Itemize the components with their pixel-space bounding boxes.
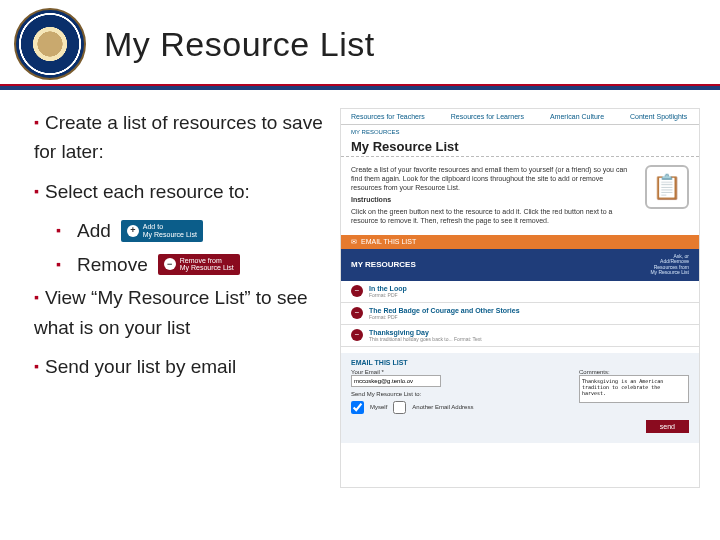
clipboard-icon: 📋: [645, 165, 689, 209]
nav-tabs: Resources for Teachers Resources for Lea…: [341, 109, 699, 125]
tab-teachers[interactable]: Resources for Teachers: [351, 113, 425, 120]
slide-header: My Resource List: [0, 0, 720, 80]
bullet-send: Send your list by email: [34, 352, 324, 381]
embedded-screenshot: Resources for Teachers Resources for Lea…: [340, 108, 700, 488]
other-checkbox[interactable]: [393, 401, 406, 414]
bullet-view: View “My Resource List” to see what is o…: [34, 283, 324, 342]
comments-field[interactable]: [579, 375, 689, 403]
slide-title: My Resource List: [104, 25, 375, 64]
email-list-button[interactable]: ✉ EMAIL THIS LIST: [341, 235, 699, 249]
myself-checkbox[interactable]: [351, 401, 364, 414]
send-button[interactable]: send: [646, 420, 689, 433]
tab-spotlights[interactable]: Content Spotlights: [630, 113, 687, 120]
bullet-column: Create a list of resources to save for l…: [34, 108, 324, 488]
clipboard-plus-icon: +: [127, 225, 139, 237]
clipboard-minus-icon: −: [164, 258, 176, 270]
opt-other: Another Email Address: [412, 404, 473, 410]
remove-icon[interactable]: −: [351, 285, 363, 297]
email-section: EMAIL THIS LIST Your Email * Send My Res…: [341, 353, 699, 443]
tab-learners[interactable]: Resources for Learners: [451, 113, 524, 120]
us-seal-logo: [14, 8, 86, 80]
remove-badge: − Remove from My Resource List: [158, 254, 240, 275]
bullet-remove: Remove − Remove from My Resource List: [56, 250, 324, 279]
add-badge: + Add to My Resource List: [121, 220, 203, 241]
page-title: My Resource List: [341, 139, 699, 157]
ask-help-icon[interactable]: Ask, or Add/Remove Resources from My Res…: [650, 254, 689, 276]
bullet-create: Create a list of resources to save for l…: [34, 108, 324, 167]
opt-myself: Myself: [370, 404, 387, 410]
list-item: − In the LoopFormat: PDF: [341, 281, 699, 303]
breadcrumb: MY RESOURCES: [341, 125, 699, 139]
tab-culture[interactable]: American Culture: [550, 113, 604, 120]
send-to-label: Send My Resource List to:: [351, 391, 421, 397]
list-item: − Thanksgiving DayThis traditional holid…: [341, 325, 699, 347]
intro-text: Create a list of your favorite resources…: [351, 165, 635, 229]
email-field[interactable]: [351, 375, 441, 387]
mail-icon: ✉: [351, 238, 357, 246]
email-heading: EMAIL THIS LIST: [351, 359, 689, 366]
remove-icon[interactable]: −: [351, 307, 363, 319]
remove-icon[interactable]: −: [351, 329, 363, 341]
my-resources-bar: MY RESOURCES Ask, or Add/Remove Resource…: [341, 249, 699, 281]
bullet-select: Select each resource to:: [34, 177, 324, 206]
list-item: − The Red Badge of Courage and Other Sto…: [341, 303, 699, 325]
bullet-add: Add + Add to My Resource List: [56, 216, 324, 245]
